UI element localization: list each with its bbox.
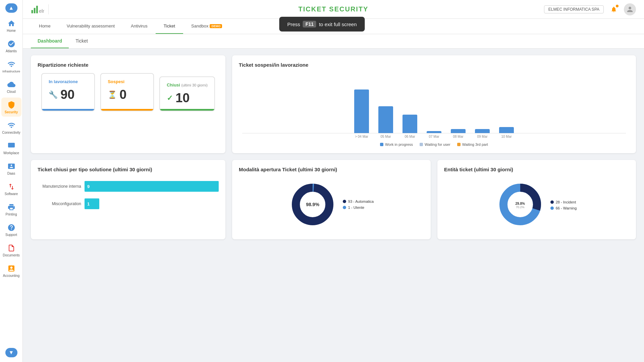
xlabel-7: 10 Mar bbox=[499, 135, 514, 138]
sidebar-item-atlantis[interactable]: Atlantis bbox=[1, 37, 21, 56]
sidebar-item-cloud[interactable]: Cloud bbox=[1, 77, 21, 96]
svg-rect-1 bbox=[32, 10, 33, 13]
legend-waiting-user-dot bbox=[420, 143, 423, 146]
modalita-apertura-card: Modalità apertura Ticket (ultimi 30 gior… bbox=[232, 160, 431, 239]
sidebar-item-label: Workplace bbox=[3, 151, 19, 155]
legend-wip-dot bbox=[380, 143, 383, 146]
entita-ticket-card: Entità ticket (ultimi 30 giorni) 29.8% 7… bbox=[437, 160, 636, 239]
tab-sandbox[interactable]: Sandbox DEMO bbox=[183, 19, 230, 34]
sidebar-item-connectivity[interactable]: Connectivity bbox=[1, 118, 21, 137]
entita-center-labels: 29.8% 70.2% bbox=[516, 202, 525, 209]
sidebar-item-software[interactable]: Software bbox=[1, 179, 21, 198]
demo-badge: DEMO bbox=[210, 24, 222, 28]
user-avatar[interactable] bbox=[624, 3, 636, 15]
bar-wip-5 bbox=[451, 129, 466, 133]
bar-wip-3 bbox=[402, 115, 417, 133]
modalita-title: Modalità apertura Ticket (ultimi 30 gior… bbox=[239, 167, 424, 172]
bar-group-2 bbox=[378, 106, 393, 133]
sidebar-item-support[interactable]: Support bbox=[1, 220, 21, 239]
main-content: Home Vulnerability assessment Antivirus … bbox=[23, 19, 644, 362]
ripartizione-card: Ripartizione richieste In lavorazione 🔧 … bbox=[31, 55, 225, 153]
svg-rect-2 bbox=[34, 8, 36, 13]
sub-tab-ticket[interactable]: Ticket bbox=[69, 34, 95, 48]
press-label: Press bbox=[287, 21, 300, 27]
sidebar-item-label: Connectivity bbox=[2, 131, 20, 134]
sidebar-expand-button[interactable]: ▼ bbox=[5, 348, 17, 357]
logo-icon: elmec bbox=[31, 4, 44, 14]
sidebar-item-printing[interactable]: Printing bbox=[1, 200, 21, 219]
tab-antivirus[interactable]: Antivirus bbox=[123, 19, 156, 34]
sidebar-item-workplace[interactable]: Workplace bbox=[1, 138, 21, 158]
connectivity-icon bbox=[7, 121, 16, 130]
avatar-icon bbox=[626, 5, 634, 13]
xlabel-6: 09 Mar bbox=[475, 135, 490, 138]
bar-chart-title: Ticket sospesi/in lavorazione bbox=[239, 62, 629, 68]
dashboard-content: Ripartizione richieste In lavorazione 🔧 … bbox=[23, 49, 644, 246]
tab-ticket[interactable]: Ticket bbox=[156, 19, 183, 34]
xlabel-3: 06 Mar bbox=[402, 135, 417, 138]
modalita-legend: 93 - Automatica 1 - Utente bbox=[343, 199, 374, 209]
legend-utente-dot bbox=[343, 206, 346, 209]
sidebar-item-label: Cloud bbox=[7, 90, 15, 94]
cloud-icon bbox=[7, 80, 16, 89]
entita-legend: 28 - Incident 66 - Warning bbox=[550, 200, 577, 210]
sidebar-item-daas[interactable]: Daas bbox=[1, 159, 21, 178]
sidebar-item-documents[interactable]: Documents bbox=[1, 241, 21, 260]
sospesi-value: ⏳ 0 bbox=[108, 87, 147, 102]
hbar-track-2: 1 bbox=[85, 198, 219, 209]
bar-group-4 bbox=[427, 131, 441, 133]
accounting-icon bbox=[7, 264, 16, 273]
checkmark-icon: ✓ bbox=[167, 94, 173, 103]
hbar-label-1: Manutenzione interna bbox=[38, 184, 81, 189]
legend-incident: 28 - Incident bbox=[550, 200, 577, 204]
sidebar-collapse-button[interactable]: ▲ bbox=[5, 3, 17, 13]
sidebar-item-security[interactable]: Security bbox=[1, 98, 21, 117]
legend-waiting-3rd: Waiting 3rd part bbox=[457, 142, 488, 146]
stat-sospesi: Sospesi ⏳ 0 bbox=[100, 73, 154, 111]
ripartizione-title: Ripartizione richieste bbox=[38, 62, 219, 68]
hbar-row-2: Misconfiguration 1 bbox=[38, 198, 219, 209]
legend-incident-dot bbox=[550, 200, 554, 204]
security-icon bbox=[7, 100, 16, 110]
sidebar-item-label: Security bbox=[5, 110, 18, 114]
bar-group-5 bbox=[451, 129, 466, 133]
sidebar-item-label: Atlantis bbox=[6, 49, 17, 53]
legend-wip: Work in progress bbox=[380, 142, 413, 146]
workplace-icon bbox=[7, 141, 16, 150]
sospesi-bar bbox=[101, 109, 153, 111]
bar-group-7 bbox=[499, 127, 514, 133]
bar-chart-card: Ticket sospesi/in lavorazione bbox=[232, 55, 636, 153]
legend-automatica-dot bbox=[343, 200, 346, 203]
sidebar: ▲ Home Atlantis Infrastructure Cloud Sec… bbox=[0, 0, 23, 362]
bell-notification-dot bbox=[616, 5, 619, 7]
sub-tabs: Dashboard Ticket bbox=[23, 34, 644, 49]
sub-tab-dashboard[interactable]: Dashboard bbox=[31, 34, 69, 48]
hbar-row-1: Manutenzione interna 9 bbox=[38, 181, 219, 192]
bar-chart-xlabels: > 04 Mar 05 Mar 06 Mar 07 Mar 08 Mar 09 … bbox=[242, 133, 626, 138]
modalita-donut-chart: 98.9% bbox=[289, 181, 336, 228]
sidebar-item-infrastructure[interactable]: Infrastructure bbox=[1, 57, 21, 76]
f11-key: F11 bbox=[303, 21, 316, 27]
sidebar-item-label: Printing bbox=[6, 213, 17, 216]
hourglass-icon: ⏳ bbox=[108, 90, 117, 99]
in-lavorazione-value: 🔧 90 bbox=[49, 87, 88, 102]
bar-wip-7 bbox=[499, 127, 514, 133]
infrastructure-icon bbox=[7, 60, 16, 69]
sidebar-item-label: Support bbox=[5, 233, 17, 237]
legend-warning-dot bbox=[550, 206, 554, 210]
tab-vulnerability[interactable]: Vulnerability assessment bbox=[59, 19, 123, 34]
bar-group-6 bbox=[475, 129, 490, 133]
sidebar-item-accounting[interactable]: Accounting bbox=[1, 261, 21, 280]
in-lavorazione-label: In lavorazione bbox=[49, 79, 88, 84]
in-lavorazione-bar bbox=[42, 109, 94, 111]
xlabel-5: 08 Mar bbox=[451, 135, 466, 138]
topbar: elmec TICKET SECURITY ELMEC INFORMATICA … bbox=[23, 0, 644, 19]
legend-waiting-user: Waiting for user bbox=[420, 142, 450, 146]
hbar-fill-2: 1 bbox=[85, 198, 99, 209]
company-badge[interactable]: ELMEC INFORMATICA SPA bbox=[544, 5, 604, 13]
tab-home[interactable]: Home bbox=[31, 19, 59, 34]
sidebar-item-home[interactable]: Home bbox=[1, 16, 21, 35]
f11-tooltip: Press F11 to exit full screen bbox=[279, 17, 365, 32]
ticket-chiusi-title: Ticket chiusi per tipo solutione (ultimi… bbox=[38, 167, 219, 172]
bell-button[interactable] bbox=[608, 3, 620, 15]
